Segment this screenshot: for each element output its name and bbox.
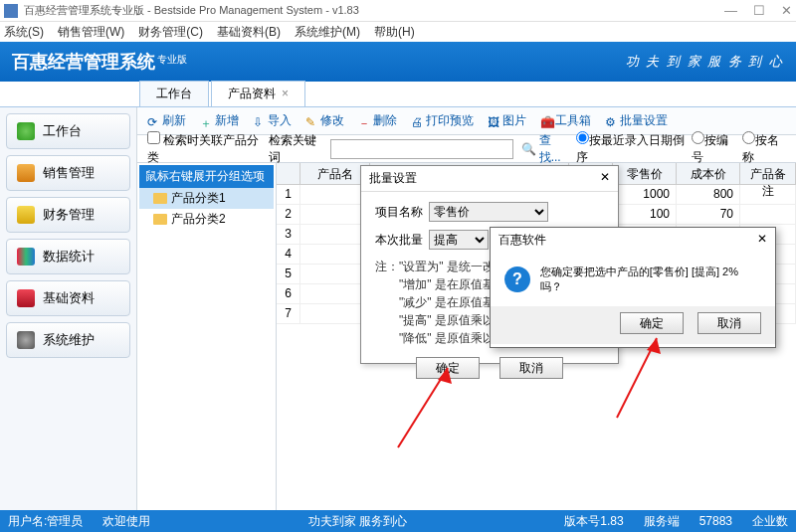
status-server: 服务端 [644,513,680,530]
category-tree: 鼠标右键展开分组选项 产品分类1 产品分类2 [137,163,277,510]
delete-icon: － [358,115,370,127]
menu-bar: 系统(S) 销售管理(W) 财务管理(C) 基础资料(B) 系统维护(M) 帮助… [0,22,796,42]
status-bar: 用户名:管理员 欢迎使用 功夫到家 服务到心 版本号1.83 服务端 57883… [0,510,796,532]
maximize-button[interactable]: ☐ [753,3,765,18]
field-label: 项目名称 [375,204,423,221]
delete-button[interactable]: －删除 [358,112,397,129]
toolbox-button[interactable]: 🧰工具箱 [540,112,591,129]
refresh-icon: ⟳ [147,115,159,127]
window-title: 百惠经营管理系统专业版 - Bestside Pro Management Sy… [24,3,724,18]
status-slogan: 功夫到家 服务到心 [308,513,407,530]
sidebar-item-maint[interactable]: 系统维护 [6,322,130,358]
image-button[interactable]: 🖼图片 [488,112,526,129]
app-icon [4,4,18,18]
status-version: 版本号1.83 [564,513,623,530]
question-icon: ? [504,266,530,292]
col-remark[interactable]: 产品备注 [740,163,796,184]
sidebar: 工作台 销售管理 财务管理 数据统计 基础资料 系统维护 [0,107,137,510]
sidebar-item-stats[interactable]: 数据统计 [6,239,130,274]
col-idx[interactable] [277,163,300,184]
confirm-dialog: 百惠软件✕ ? 您确定要把选中产品的[零售价] [提高] 2% 吗？ 确定 取消 [490,227,776,348]
assoc-checkbox[interactable] [147,131,160,144]
menu-finance[interactable]: 财务管理(C) [138,24,203,41]
menu-sales[interactable]: 销售管理(W) [58,24,124,41]
assoc-checkbox-label[interactable]: 检索时关联产品分类 [147,131,261,166]
close-button[interactable]: ✕ [781,3,792,18]
batch-dialog-close-icon[interactable]: ✕ [600,170,610,187]
banner-title: 百惠经营管理系统 [12,52,155,72]
house-icon [17,164,35,182]
edit-icon: ✎ [305,115,317,127]
toolbox-icon: 🧰 [540,115,552,127]
search-key-label: 检索关键词 [269,132,323,166]
book-icon [17,289,35,307]
sidebar-item-basic[interactable]: 基础资料 [6,280,130,316]
folder-icon [153,193,167,204]
status-welcome: 欢迎使用 [102,513,150,530]
radio-recent[interactable]: 按最近录入日期倒序 [576,131,686,166]
folder-icon [153,214,167,225]
field-select[interactable]: 零售价 [429,202,548,222]
print-icon: 🖨 [411,115,423,127]
banner-sub: 专业版 [157,54,187,65]
import-button[interactable]: ⇩导入 [253,112,292,129]
mode-label: 本次批量 [375,232,423,249]
tree-item-cat1[interactable]: 产品分类1 [139,188,274,209]
confirm-cancel-button[interactable]: 取消 [697,312,761,334]
tab-workbench[interactable]: 工作台 [139,81,209,106]
search-row: 检索时关联产品分类 检索关键词 🔍查找... 按最近录入日期倒序 按编号 按名称 [137,135,796,163]
banner-slogan: 功 夫 到 家 服 务 到 心 [626,53,784,71]
batch-icon: ⚙ [605,115,617,127]
status-port: 57883 [699,514,732,528]
plus-icon: ＋ [200,115,212,127]
batch-button[interactable]: ⚙批量设置 [605,112,668,129]
confirm-ok-button[interactable]: 确定 [620,312,684,334]
check-icon [17,122,35,140]
tree-header: 鼠标右键展开分组选项 [139,165,274,188]
menu-system[interactable]: 系统(S) [4,24,44,41]
confirm-title: 百惠软件 [498,232,546,249]
mode-select[interactable]: 提高 [429,230,489,250]
minimize-button[interactable]: — [724,3,737,18]
gear-icon [17,331,35,349]
sidebar-item-workbench[interactable]: 工作台 [6,113,130,149]
confirm-close-icon[interactable]: ✕ [757,232,767,249]
edit-button[interactable]: ✎修改 [305,112,344,129]
tab-product[interactable]: 产品资料× [211,81,305,106]
confirm-message: 您确定要把选中产品的[零售价] [提高] 2% 吗？ [540,265,761,294]
radio-name[interactable]: 按名称 [742,131,786,166]
image-icon: 🖼 [488,115,499,127]
tab-close-icon[interactable]: × [282,87,289,100]
add-button[interactable]: ＋新增 [200,112,239,129]
refresh-button[interactable]: ⟳刷新 [147,112,186,129]
batch-ok-button[interactable]: 确定 [416,357,480,379]
col-cost[interactable]: 成本价 [677,163,740,184]
sidebar-item-finance[interactable]: 财务管理 [6,197,130,233]
status-user: 用户名:管理员 [8,513,83,530]
import-icon: ⇩ [253,115,265,127]
menu-maint[interactable]: 系统维护(M) [295,24,360,41]
radio-code[interactable]: 按编号 [692,131,735,166]
tab-bar: 工作台 产品资料× [0,82,796,107]
tree-item-cat2[interactable]: 产品分类2 [139,209,274,230]
find-button[interactable]: 🔍查找... [521,132,568,166]
search-input[interactable] [330,139,512,159]
sidebar-item-sales[interactable]: 销售管理 [6,155,130,191]
menu-basic[interactable]: 基础资料(B) [217,24,281,41]
menu-help[interactable]: 帮助(H) [374,24,415,41]
app-banner: 百惠经营管理系统专业版 功 夫 到 家 服 务 到 心 [0,42,796,82]
search-icon: 🔍 [521,142,536,156]
chart-icon [17,248,35,266]
batch-cancel-button[interactable]: 取消 [499,357,563,379]
coins-icon [17,206,35,224]
col-retail[interactable]: 零售价 [613,163,677,184]
batch-dialog-title: 批量设置 [369,170,417,187]
status-biz: 企业数 [752,513,788,530]
window-titlebar: 百惠经营管理系统专业版 - Bestside Pro Management Sy… [0,0,796,22]
print-button[interactable]: 🖨打印预览 [411,112,474,129]
